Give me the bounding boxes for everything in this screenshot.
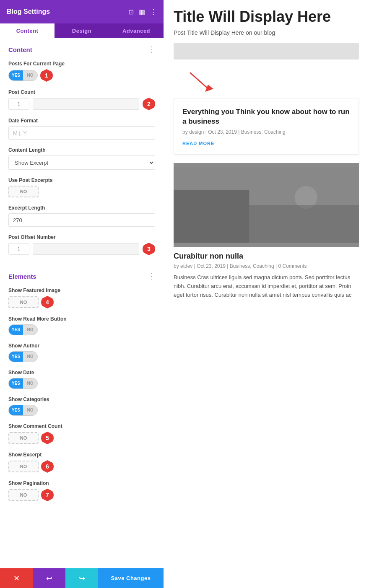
annotation-badge-4: 4 — [41, 296, 54, 308]
use-post-excerpts-toggle[interactable]: NO — [8, 186, 39, 197]
panel-header: Blog Settings ⊡ ▦ ⋮ — [0, 0, 164, 23]
post-offset-label: Post Offset Number — [8, 234, 155, 240]
toggle-no-label: NO — [23, 70, 37, 81]
redo-button[interactable]: ↪ — [65, 568, 98, 588]
content-section-header: Content ⋮ — [8, 45, 155, 54]
layout-icon[interactable]: ▦ — [139, 8, 145, 16]
tab-advanced[interactable]: Advanced — [109, 23, 164, 38]
read-more-no: NO — [23, 324, 37, 335]
show-author-toggle[interactable]: YES NO — [8, 351, 38, 362]
date-yes: YES — [9, 378, 23, 389]
show-excerpt-row: NO 6 — [8, 460, 155, 473]
annotation-badge-2: 2 — [143, 98, 155, 110]
post-offset-input[interactable] — [8, 243, 29, 255]
content-section-title: Content — [8, 46, 32, 53]
panel-content: Content ⋮ Posts For Current Page YES NO … — [0, 38, 164, 568]
svg-line-0 — [190, 73, 209, 90]
resize-icon[interactable]: ⊡ — [128, 8, 134, 16]
svg-rect-5 — [249, 205, 359, 243]
posts-current-page-toggle[interactable]: YES NO — [8, 70, 38, 81]
cancel-button[interactable]: ✕ — [0, 568, 33, 588]
show-featured-image-label: Show Featured Image — [8, 288, 155, 293]
post-card-2-title: Curabitur non nulla — [174, 247, 359, 263]
excerpt-no: NO — [9, 461, 38, 471]
author-no: NO — [23, 351, 37, 362]
show-pagination-toggle[interactable]: NO — [8, 489, 39, 501]
use-post-excerpts-label: Use Post Excerpts — [8, 177, 155, 183]
show-categories-field: Show Categories YES NO — [8, 396, 155, 416]
content-length-label: Content Length — [8, 147, 155, 153]
elements-section-title: Elements — [8, 273, 36, 280]
read-more-button[interactable]: READ MORE — [182, 141, 350, 146]
posts-for-current-page-field: Posts For Current Page YES NO 1 — [8, 61, 155, 82]
excerpt-length-label: Excerpt Length — [8, 205, 155, 211]
post-featured-image — [174, 163, 359, 247]
post-card-1-title: Everything you Think you know about how … — [182, 107, 350, 127]
post-count-field: Post Count 2 — [8, 89, 155, 110]
categories-no: NO — [23, 405, 37, 416]
show-comment-count-row: NO 5 — [8, 432, 155, 444]
show-author-field: Show Author YES NO — [8, 343, 155, 362]
placeholder-bar — [174, 43, 359, 60]
post-count-spacer — [33, 98, 139, 110]
annotation-badge-1: 1 — [40, 69, 53, 82]
blog-subtitle: Post Title Will Display Here on our blog — [164, 29, 369, 43]
show-comment-count-toggle[interactable]: NO — [8, 432, 39, 444]
show-comment-count-label: Show Comment Count — [8, 423, 155, 429]
section-divider — [8, 263, 155, 263]
show-comment-count-field: Show Comment Count NO 5 — [8, 423, 155, 444]
show-featured-image-toggle[interactable]: NO — [8, 296, 39, 308]
tab-content[interactable]: Content — [0, 23, 55, 38]
pagination-no: NO — [9, 490, 38, 500]
use-post-excerpts-no: NO — [9, 187, 38, 197]
show-author-label: Show Author — [8, 343, 155, 349]
show-featured-image-row: NO 4 — [8, 296, 155, 308]
post-offset-spacer — [33, 243, 139, 255]
svg-rect-3 — [174, 190, 249, 243]
content-length-field: Content Length Show Excerpt Show Full Co… — [8, 147, 155, 170]
undo-button[interactable]: ↩ — [33, 568, 65, 588]
show-excerpt-field: Show Excerpt NO 6 — [8, 452, 155, 473]
date-format-input[interactable] — [8, 126, 155, 140]
posts-for-current-page-label: Posts For Current Page — [8, 61, 155, 67]
show-excerpt-toggle[interactable]: NO — [8, 461, 39, 472]
post-card-2-meta: by etdev | Oct 23, 2019 | Business, Coac… — [174, 263, 359, 269]
elements-section-menu-icon[interactable]: ⋮ — [148, 272, 155, 281]
use-post-excerpts-field: Use Post Excerpts NO — [8, 177, 155, 197]
date-no: NO — [23, 378, 37, 389]
right-panel: Title Will Display Here Post Title Will … — [164, 0, 369, 588]
post-card-1: Everything you Think you know about how … — [174, 98, 359, 155]
read-more-yes: YES — [9, 324, 23, 335]
date-format-label: Date Format — [8, 118, 155, 124]
show-date-toggle[interactable]: YES NO — [8, 378, 38, 389]
content-length-select[interactable]: Show Excerpt Show Full Content — [8, 155, 155, 170]
content-section-menu-icon[interactable]: ⋮ — [148, 45, 155, 54]
annotation-badge-3: 3 — [143, 243, 155, 255]
red-arrow-container — [174, 65, 359, 94]
post-count-label: Post Count — [8, 89, 155, 95]
annotation-badge-7: 7 — [41, 489, 54, 501]
tab-design[interactable]: Design — [55, 23, 109, 38]
red-arrow-icon — [186, 69, 216, 94]
post-count-input[interactable] — [8, 98, 29, 110]
show-read-more-label: Show Read More Button — [8, 316, 155, 322]
toggle-yes-label: YES — [9, 70, 23, 81]
show-read-more-toggle[interactable]: YES NO — [8, 324, 38, 335]
more-icon[interactable]: ⋮ — [150, 8, 157, 16]
show-pagination-row: NO 7 — [8, 489, 155, 501]
show-pagination-label: Show Pagination — [8, 480, 155, 486]
show-date-field: Show Date YES NO — [8, 370, 155, 389]
show-categories-toggle[interactable]: YES NO — [8, 405, 38, 416]
excerpt-length-input[interactable] — [8, 213, 155, 227]
post-card-2-body: Business Cras ultrices ligula sed magna … — [174, 273, 359, 299]
annotation-badge-5: 5 — [41, 432, 54, 444]
blog-title: Title Will Display Here — [164, 0, 369, 29]
show-excerpt-label: Show Excerpt — [8, 452, 155, 458]
left-panel: Blog Settings ⊡ ▦ ⋮ Content Design Advan… — [0, 0, 164, 588]
save-button[interactable]: Save Changes — [98, 568, 164, 588]
posts-toggle-row: YES NO 1 — [8, 69, 155, 82]
bottom-toolbar: ✕ ↩ ↪ Save Changes — [0, 568, 164, 588]
tab-bar: Content Design Advanced — [0, 23, 164, 38]
post-offset-field: Post Offset Number 3 — [8, 234, 155, 255]
show-categories-label: Show Categories — [8, 396, 155, 402]
